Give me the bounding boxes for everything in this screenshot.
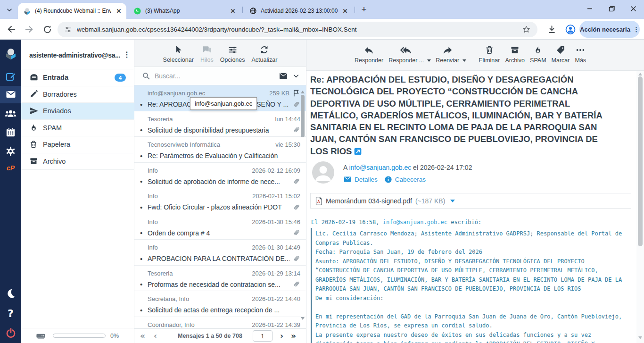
action-needed-button[interactable]: Acción necesaria ⋮ (579, 21, 640, 38)
forward-button[interactable]: Reenviar (436, 40, 459, 70)
dark-mode-moon-icon[interactable] (0, 284, 21, 303)
unread-dot: • (140, 100, 148, 109)
calendar-icon[interactable] (0, 123, 21, 142)
attachment-bar[interactable]: Memorándum 034-signed.pdf (~187 KB) (310, 193, 631, 209)
reader-scroll-up-icon[interactable] (638, 73, 642, 75)
prev-page-icon[interactable]: ‹ (154, 331, 157, 341)
archive-button[interactable]: Archivo (505, 40, 525, 70)
attachment-name[interactable]: Memorándum 034-signed.pdf (326, 197, 412, 205)
next-page-icon[interactable]: › (280, 331, 283, 341)
select-button[interactable]: Seleccionar (163, 40, 194, 67)
new-tab-button[interactable]: + (358, 4, 370, 15)
list-scroll-up-icon[interactable] (301, 91, 305, 93)
flag-icon[interactable] (292, 89, 300, 97)
contacts-icon[interactable] (0, 104, 21, 123)
recipient-line: A info@sanjuan.gob.ec el 2026-02-24 17:0… (343, 164, 472, 171)
reply-all-menu-caret[interactable] (427, 59, 431, 62)
folder-enviados[interactable]: Enviados (21, 103, 134, 120)
more-button[interactable]: Más (575, 40, 586, 70)
message-row[interactable]: info@sanjuan.gob.ec 259 KB • Re: APROBAC… (134, 85, 306, 111)
folder-borradores[interactable]: Borradores (21, 86, 134, 103)
window-maximize-button[interactable] (601, 0, 622, 17)
delete-button[interactable]: Eliminar (479, 40, 500, 70)
mail-icon[interactable] (0, 85, 21, 104)
tab-roundcube[interactable]: (4) Roundcube Webmail :: Envia ✕ (18, 3, 126, 19)
tab-close-icon[interactable]: ✕ (115, 7, 123, 15)
options-button[interactable]: Opciones (220, 40, 245, 67)
reader-pane: Responder Responder ... Reenviar Elimina… (306, 40, 644, 343)
unread-dot: • (140, 126, 148, 134)
reader-scrollbar[interactable] (636, 71, 644, 343)
back-icon[interactable] (6, 24, 17, 35)
last-page-icon[interactable]: » (291, 331, 296, 341)
forward-menu-caret[interactable] (462, 59, 466, 62)
reader-scrollbar-thumb[interactable] (638, 76, 643, 246)
account-menu-icon[interactable]: ⋮ (123, 50, 131, 59)
refresh-button[interactable]: Actualizar (252, 40, 278, 67)
spam-button[interactable]: SPAM (530, 40, 546, 70)
message-row[interactable]: Secretaria, Info2026-01-22 14:40 •Solici… (134, 291, 306, 317)
subject-fragment: Re: APROBACI (148, 100, 193, 108)
reply-all-button[interactable]: Responder ... (388, 40, 424, 70)
compose-icon[interactable] (0, 67, 21, 86)
headers-link[interactable]: Cabeceras (395, 176, 426, 183)
list-scrollbar-thumb[interactable] (301, 95, 305, 137)
folder-entrada[interactable]: Entrada 4 (21, 69, 134, 86)
quote-header: El 2026-02-19 16:58, info@sanjuan.gob.ec… (311, 219, 481, 226)
message-row[interactable]: Info2026-02-11 15:02 •Fwd: Oficio Circul… (134, 188, 306, 214)
tab-search-button[interactable] (4, 4, 15, 16)
message-row[interactable]: Tesoreria2026-01-29 13:14 •Proformas de … (134, 266, 306, 292)
reply-button[interactable]: Responder (355, 40, 383, 70)
attachment-menu-caret[interactable] (450, 200, 455, 202)
message-row[interactable]: Tesorerialun 14:44 •Solicitud de disponi… (134, 111, 306, 137)
message-row[interactable]: Info2026-01-30 15:46 •Orden de compra # … (134, 214, 306, 240)
quoted-sender-link[interactable]: info@sanjuan.gob.ec (383, 219, 447, 226)
pill-menu-icon[interactable]: ⋮ (633, 26, 639, 33)
reload-icon[interactable] (41, 24, 53, 35)
unread-dot: • (140, 306, 148, 314)
message-row[interactable]: Tecnoserviweb Informáticavie 15:30 •Re: … (134, 137, 306, 163)
page-input[interactable] (253, 330, 272, 342)
window-close-button[interactable] (622, 0, 644, 17)
reader-scroll-down-icon[interactable] (638, 336, 642, 339)
download-icon[interactable] (546, 24, 557, 35)
window-minimize-button[interactable] (579, 0, 601, 17)
profile-icon[interactable] (565, 24, 576, 35)
folder-papelera[interactable]: Papelera (21, 136, 134, 153)
recipient-link[interactable]: info@sanjuan.gob.ec (349, 164, 411, 171)
tab-actividad[interactable]: Actividad 2026-02-23 13:00:00 ✕ (244, 3, 353, 19)
bookmark-star-icon[interactable] (522, 25, 531, 34)
help-icon[interactable]: ? (0, 304, 21, 323)
subject-text: Re: APROBACIÓN DEL ESTUDIO, DISEÑO Y DES… (310, 75, 603, 156)
threads-button[interactable]: Hilos (200, 40, 214, 67)
list-scroll-down-icon[interactable] (301, 317, 305, 320)
message-row[interactable]: Info2026-02-12 16:09 •Solicitud de aprob… (134, 163, 306, 189)
tab-close-icon[interactable]: ✕ (229, 7, 237, 15)
date: 2026-01-29 13:14 (252, 270, 300, 277)
settings-gear-icon[interactable] (0, 142, 21, 160)
message-row[interactable]: Coordinador, Info2026-01-22 14:39 (134, 317, 306, 329)
message-row[interactable]: Info2026-01-30 14:49 •APROBACION PARA LA… (134, 240, 306, 266)
url-text: webmail.sanjuan.gob.ec/cpsess1364244002/… (77, 26, 522, 33)
tab-whatsapp[interactable]: (3) WhatsApp ✕ (128, 3, 240, 19)
search-bar[interactable]: Buscar... (134, 67, 306, 85)
cpanel-icon[interactable]: cP (0, 159, 21, 177)
search-options-chevron-icon[interactable] (293, 73, 299, 79)
archive-icon (510, 44, 520, 56)
details-link[interactable]: Detalles (355, 176, 378, 183)
attachment-clip-icon (292, 203, 300, 211)
details-envelope-icon (343, 175, 352, 184)
tab-close-icon[interactable]: ✕ (341, 7, 349, 15)
address-bar[interactable]: webmail.sanjuan.gob.ec/cpsess1364244002/… (58, 22, 537, 37)
mark-button[interactable]: Marcar (552, 40, 570, 70)
forward-icon[interactable] (24, 24, 35, 35)
external-link-icon[interactable] (354, 148, 362, 155)
message-meta-links: Detalles Cabeceras (343, 175, 426, 184)
first-page-icon[interactable]: « (140, 331, 145, 341)
scope-mail-icon[interactable] (279, 71, 288, 81)
logout-power-icon[interactable] (0, 324, 21, 343)
folder-archivo[interactable]: Archivo (21, 153, 134, 170)
folder-spam[interactable]: SPAM (21, 120, 134, 137)
site-settings-icon[interactable] (64, 25, 72, 33)
to-prefix: A (343, 164, 347, 171)
